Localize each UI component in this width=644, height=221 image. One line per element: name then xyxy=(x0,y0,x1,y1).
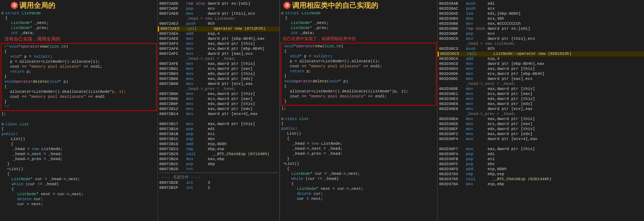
asm-line: 002D36EDmovecx,dword ptr [eax] xyxy=(438,122,644,127)
code-line: { xyxy=(280,136,437,141)
code-line: ~List() xyxy=(280,162,437,167)
code-line: void* p = nullptr; xyxy=(283,54,434,59)
code-line: p = allocator<ListNode>().allocate(1); xyxy=(3,59,155,64)
code-line: }; xyxy=(280,106,437,111)
asm-line: 002D36B3movecx,36h xyxy=(438,16,644,21)
collapse-btn[interactable]: ⊟ xyxy=(1,11,4,15)
collapse-btn[interactable]: ⊟ xyxy=(281,11,284,15)
code-line: }; xyxy=(0,112,158,117)
asm-line: 00072B08movdword ptr [ecx],eax xyxy=(158,82,279,87)
active-operator-new-box: void* operator new(size_t n) { void* p =… xyxy=(281,43,437,106)
code-line: while (cur != _head) xyxy=(280,177,437,182)
panel-source-left: ① 调用全局的 ⊟ struct ListNode { ListNode* _n… xyxy=(0,0,158,221)
asm-line: 002D36EFmovedx,dword ptr [this] xyxy=(438,127,644,132)
code-line: ListNode* next = cur->_next; xyxy=(280,187,437,192)
red-comment-line-right: 自己在类中实现了，就调用相应类中的 xyxy=(280,36,437,42)
asm-line: 00072B0Amoveax,dword ptr [this] xyxy=(158,92,279,97)
asm-line: _head->_next = _head; xyxy=(438,82,644,87)
asm-line: 002D36E1movecx,dword ptr [eax] xyxy=(438,92,644,97)
collapse-btn[interactable]: ⊟ xyxy=(281,116,284,121)
asm-line: 002D36DCmovdword ptr [eax],ecx xyxy=(438,77,644,82)
code-line xyxy=(280,111,437,116)
code-line: { xyxy=(0,142,158,147)
asm-line: _head = new ListNode; xyxy=(438,42,644,47)
code-line: { xyxy=(0,172,158,177)
code-line: { xyxy=(283,84,434,89)
left-comment: 没有自己实现，调用全局的 xyxy=(1,36,60,42)
code-line: cout << "memory pool deallocate" << endl xyxy=(3,95,155,100)
divider xyxy=(159,173,278,173)
code-line: while (cur != _head) xyxy=(0,182,158,187)
code-line: _head->_next = _head; xyxy=(280,146,437,152)
asm-line: 002D36E3movedx,dword ptr [this] xyxy=(438,97,644,102)
commented-operator-new-box: /*void* operator new(size_t n) { void* p… xyxy=(1,43,157,111)
asm-line: 002D370Amovesp,ebp xyxy=(438,182,644,187)
code-line: ⊟ struct ListNode xyxy=(280,11,437,16)
code-line: { xyxy=(3,85,155,90)
code-line: public: xyxy=(0,132,158,137)
asm-line: 00072AF3moveax,dword ptr [this] xyxy=(158,42,279,47)
left-asm-code: 00072ADDrep stosdword ptr es:[edi] 00072… xyxy=(158,0,279,214)
asm-line: 00072AE3push0Ch xyxy=(158,21,279,27)
code-line: cout << "memory pool allocate" << endl; xyxy=(283,64,434,69)
code-line: List() xyxy=(280,131,437,136)
asm-line: 002D36CAaddesp,4 xyxy=(438,57,644,62)
asm-line: 002D36BDrep stosdword ptr es:[edi] xyxy=(438,27,644,32)
code-line: { xyxy=(3,49,155,54)
asm-line: 00072B1Cpopebx xyxy=(158,137,279,142)
right-asm-code: 002D36ABpushedi 002D36ACpushecx 002D36AD… xyxy=(438,0,644,214)
asm-call-line-right: 002D36C5call ListNode::operator new (02D… xyxy=(438,52,644,57)
asm-line: 00072B14movdword ptr [ecx+4],eax xyxy=(158,112,279,117)
code-line: { xyxy=(280,167,437,172)
asm-line: 00072AEDmovdword ptr [ebp-0D4h],eax xyxy=(158,37,279,42)
code-line: } xyxy=(283,99,434,104)
asm-line: 00072ADFpopecx xyxy=(158,6,279,11)
code-line: ~List() xyxy=(0,167,158,172)
asm-line: 002D36CDmovdword ptr [ebp-0D4h],eax xyxy=(438,62,644,67)
code-line: ⊟ class List xyxy=(0,122,158,127)
asm-line: 00072B2Cpopebp xyxy=(158,162,279,167)
code-line: public: xyxy=(280,126,437,131)
code-line: } xyxy=(3,100,155,105)
asm-line: 00072B17moveax,dword ptr [this] xyxy=(158,122,279,127)
code-line: return p; xyxy=(3,69,155,75)
asm-line xyxy=(158,117,279,122)
asm-line: _head = new ListNode; xyxy=(158,16,279,21)
code-line: void operator delete(void* p) xyxy=(3,80,155,85)
code-line: cout << "memory pool allocate" << endl; xyxy=(3,64,155,69)
asm-line: 00072B2Dret xyxy=(158,167,279,172)
asm-line: _head->_prev = _head; xyxy=(158,87,279,92)
panel-asm-left: 00072ADDrep stosdword ptr es:[edi] 00072… xyxy=(158,0,280,221)
asm-line: _head->_prev = _head; xyxy=(438,112,644,117)
asm-line: 002D3703cmpebp,esp xyxy=(438,172,644,177)
code-line: void operator delete(void* p) xyxy=(283,79,434,84)
asm-line: 00072B2Eint3 xyxy=(158,181,279,186)
asm-line: 002D36BFpopecx xyxy=(438,32,644,37)
code-line: { xyxy=(280,121,437,126)
panel-source-right: ② 调用相应类中的自己实现的 ⊟ struct ListNode { ListN… xyxy=(280,0,438,221)
code-line: { xyxy=(283,49,434,54)
asm-line: 00072AEAaddesp,4 xyxy=(158,32,279,37)
code-line: ListNode* cur = _head->_next; xyxy=(280,172,437,177)
right-source-code: ⊟ struct ListNode { ListNode* _next; Lis… xyxy=(280,0,437,214)
asm-line: 00072B12moveax,dword ptr [edx] xyxy=(158,107,279,112)
code-line: void* operator new(size_t n) xyxy=(283,44,434,49)
code-line: return p; xyxy=(283,69,434,74)
asm-line: 00072B25call __RTC_CheckEsp (071348h) xyxy=(158,152,279,157)
annotation-text-1: 调用全局的 xyxy=(19,1,55,10)
code-line: ⊟ struct ListNode xyxy=(0,11,158,16)
panel-asm-right: 002D36ABpushedi 002D36ACpushecx 002D36AD… xyxy=(438,0,644,221)
asm-line: 002D36D3moveax,dword ptr [this] xyxy=(438,67,644,72)
collapse-btn[interactable]: ⊟ xyxy=(1,122,4,126)
code-line: ListNode* _prev; xyxy=(0,26,158,31)
code-line: ListNode* _prev; xyxy=(280,26,437,31)
asm-line xyxy=(438,142,644,147)
annotation-circle-1: ① xyxy=(11,2,18,9)
asm-line: 002D36E8movdword ptr [ecx],eax xyxy=(438,107,644,112)
code-line: _head->_prev = _head; xyxy=(0,157,158,162)
code-line: _head = new ListNode; xyxy=(280,141,437,146)
code-line xyxy=(0,117,158,122)
asm-line: 00072B1Bpopesi xyxy=(158,132,279,137)
asm-line: 00072B0Dmovecx,dword ptr [eax] xyxy=(158,97,279,102)
code-line: cur = next; xyxy=(0,202,158,207)
